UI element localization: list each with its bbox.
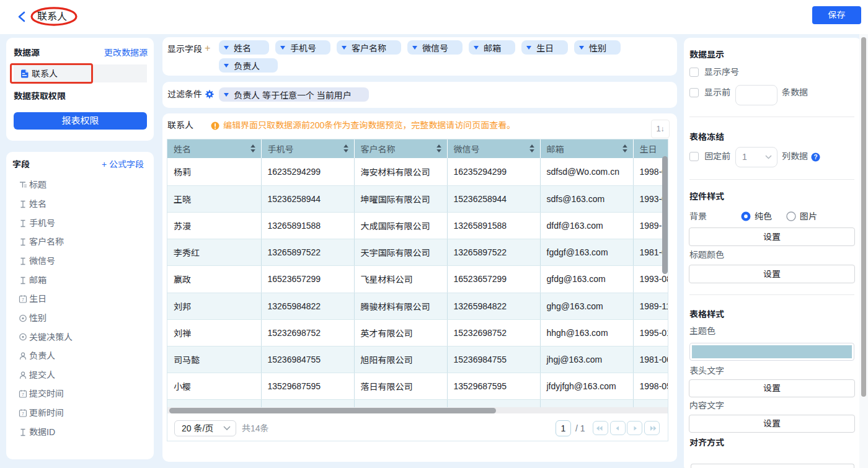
svg-text:7: 7 — [22, 298, 24, 302]
svg-text:7: 7 — [22, 412, 24, 416]
svg-text:7: 7 — [22, 392, 24, 397]
svg-text:?: ? — [813, 154, 817, 161]
